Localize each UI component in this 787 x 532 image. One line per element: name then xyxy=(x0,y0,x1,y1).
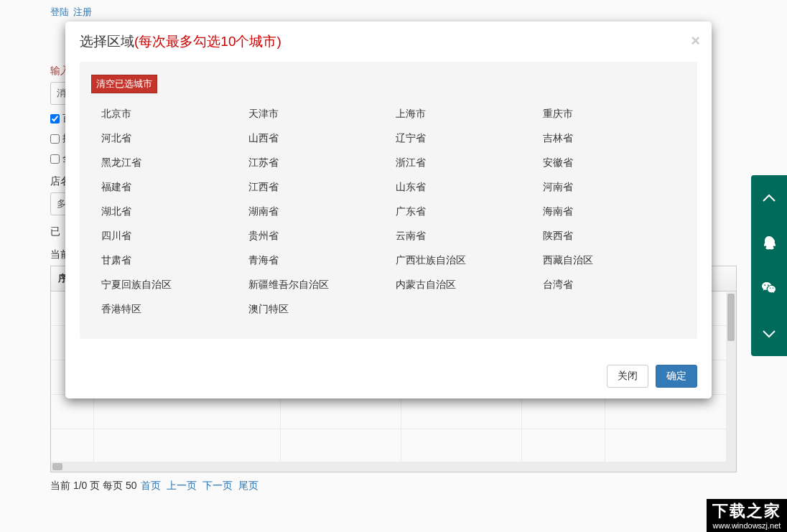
region-item[interactable]: 安徽省 xyxy=(543,151,676,175)
region-item[interactable]: 甘肃省 xyxy=(101,248,234,273)
region-item[interactable]: 内蒙古自治区 xyxy=(396,273,528,297)
qq-icon xyxy=(760,235,778,252)
region-item[interactable]: 重庆市 xyxy=(543,102,676,126)
region-item[interactable]: 海南省 xyxy=(543,200,676,224)
region-item[interactable]: 陕西省 xyxy=(543,224,676,248)
chevron-down-icon xyxy=(760,325,778,342)
modal-header: 选择区域(每次最多勾选10个城市) × xyxy=(65,22,712,62)
region-item[interactable]: 江苏省 xyxy=(248,151,381,175)
region-item[interactable]: 广西壮族自治区 xyxy=(396,248,528,273)
region-item[interactable]: 云南省 xyxy=(396,224,528,248)
region-item[interactable]: 江西省 xyxy=(248,175,381,200)
region-item[interactable]: 青海省 xyxy=(248,248,381,273)
close-button[interactable]: 关闭 xyxy=(607,365,648,388)
region-item[interactable]: 天津市 xyxy=(248,102,381,126)
region-item[interactable]: 香港特区 xyxy=(101,297,234,322)
region-item[interactable]: 台湾省 xyxy=(543,273,676,297)
side-qq-button[interactable] xyxy=(751,220,787,266)
modal-body: 清空已选城市 北京市天津市上海市重庆市河北省山西省辽宁省吉林省黑龙江省江苏省浙江… xyxy=(65,62,712,353)
region-item[interactable]: 福建省 xyxy=(101,175,234,200)
side-wechat-button[interactable] xyxy=(751,266,787,311)
region-item[interactable]: 四川省 xyxy=(101,224,234,248)
region-item[interactable]: 北京市 xyxy=(101,102,234,126)
region-item[interactable]: 西藏自治区 xyxy=(543,248,676,273)
modal-footer: 关闭 确定 xyxy=(65,353,712,398)
region-item[interactable]: 湖北省 xyxy=(101,200,234,224)
chevron-up-icon xyxy=(760,190,778,207)
confirm-button[interactable]: 确定 xyxy=(656,365,697,388)
wechat-icon xyxy=(760,280,778,297)
region-box: 清空已选城市 北京市天津市上海市重庆市河北省山西省辽宁省吉林省黑龙江省江苏省浙江… xyxy=(80,62,697,339)
region-item[interactable]: 山西省 xyxy=(248,126,381,151)
region-item[interactable]: 辽宁省 xyxy=(396,126,528,151)
region-grid: 北京市天津市上海市重庆市河北省山西省辽宁省吉林省黑龙江省江苏省浙江省安徽省福建省… xyxy=(101,102,676,322)
region-modal: 选择区域(每次最多勾选10个城市) × 清空已选城市 北京市天津市上海市重庆市河… xyxy=(65,22,712,398)
side-toolbar xyxy=(751,175,787,356)
region-item[interactable]: 吉林省 xyxy=(543,126,676,151)
watermark: 下载之家 www.windowszj.net xyxy=(707,499,787,532)
close-icon[interactable]: × xyxy=(691,33,700,49)
region-item[interactable]: 贵州省 xyxy=(248,224,381,248)
watermark-title: 下载之家 xyxy=(712,502,781,521)
region-item[interactable]: 广东省 xyxy=(396,200,528,224)
region-item[interactable]: 河南省 xyxy=(543,175,676,200)
region-item[interactable]: 湖南省 xyxy=(248,200,381,224)
side-down-button[interactable] xyxy=(751,311,787,356)
region-item[interactable]: 山东省 xyxy=(396,175,528,200)
region-item[interactable]: 黑龙江省 xyxy=(101,151,234,175)
region-item[interactable]: 澳门特区 xyxy=(248,297,381,322)
watermark-url: www.windowszj.net xyxy=(712,521,781,531)
region-item[interactable]: 浙江省 xyxy=(396,151,528,175)
region-item[interactable]: 新疆维吾尔自治区 xyxy=(248,273,381,297)
clear-selected-button[interactable]: 清空已选城市 xyxy=(91,75,157,93)
side-up-button[interactable] xyxy=(751,175,787,220)
region-item[interactable]: 上海市 xyxy=(396,102,528,126)
modal-title: 选择区域(每次最多勾选10个城市) xyxy=(80,34,281,49)
region-item[interactable]: 宁夏回族自治区 xyxy=(101,273,234,297)
modal-title-text: 选择区域 xyxy=(80,34,134,49)
modal-title-warning: (每次最多勾选10个城市) xyxy=(134,34,281,49)
region-item[interactable]: 河北省 xyxy=(101,126,234,151)
